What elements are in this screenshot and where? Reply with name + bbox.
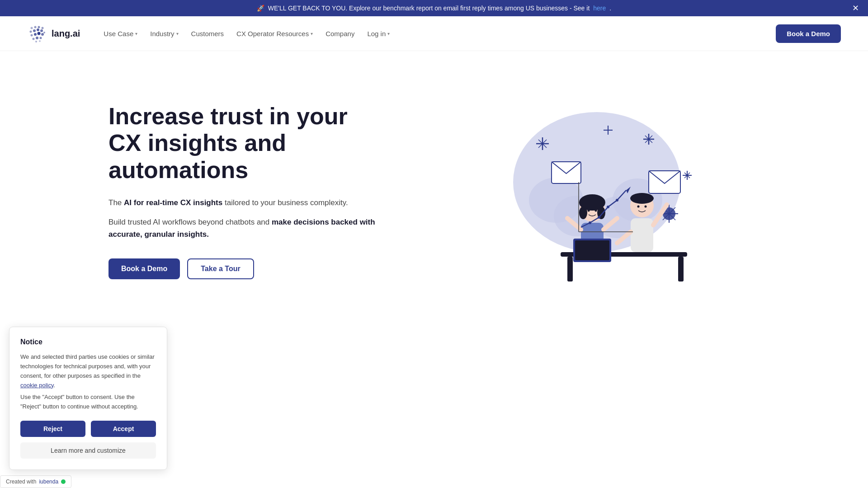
hero-subtitle-prefix: The — [108, 198, 124, 207]
svg-point-73 — [616, 199, 618, 202]
chevron-down-icon: ▾ — [311, 31, 313, 36]
svg-rect-47 — [567, 257, 573, 282]
top-banner: 🚀 WE'LL GET BACK TO YOU. Explore our ben… — [0, 0, 868, 16]
svg-point-72 — [607, 206, 609, 208]
logo-icon — [27, 23, 47, 43]
hero-buttons: Book a Demo Take a Tour — [108, 258, 380, 279]
svg-point-14 — [36, 37, 38, 39]
hero-subtitle-bold: AI for real-time CX insights — [124, 198, 222, 207]
svg-rect-64 — [631, 218, 653, 252]
hero-section: Increase trust in your CX insights and a… — [0, 51, 868, 322]
hero-subtitle-suffix: tailored to your business complexity. — [222, 198, 348, 207]
svg-point-63 — [645, 206, 647, 208]
book-demo-button[interactable]: Book a Demo — [776, 24, 841, 43]
svg-point-1 — [34, 26, 37, 28]
nav-login[interactable]: Log in ▾ — [362, 26, 395, 41]
navbar: lang.ai Use Case ▾ Industry ▾ Customers … — [0, 16, 868, 51]
svg-point-7 — [40, 29, 43, 32]
svg-point-71 — [598, 216, 600, 219]
hero-illustration — [380, 92, 814, 291]
svg-point-54 — [595, 210, 597, 212]
svg-point-10 — [34, 33, 37, 36]
svg-point-70 — [589, 221, 591, 224]
chevron-down-icon: ▾ — [176, 31, 179, 36]
svg-point-3 — [42, 27, 44, 29]
hero-book-demo-button[interactable]: Book a Demo — [108, 258, 180, 279]
svg-point-12 — [41, 33, 44, 36]
hero-content: Increase trust in your CX insights and a… — [108, 103, 380, 280]
hero-subtitle: The AI for real-time CX insights tailore… — [108, 197, 380, 209]
svg-rect-48 — [678, 257, 684, 282]
svg-point-53 — [588, 210, 590, 212]
svg-point-9 — [31, 34, 33, 37]
banner-close-button[interactable]: ✕ — [852, 3, 859, 13]
nav-industry[interactable]: Industry ▾ — [145, 26, 184, 41]
svg-point-5 — [33, 29, 36, 32]
svg-point-6 — [37, 28, 39, 31]
nav-actions: Book a Demo — [776, 24, 841, 43]
logo[interactable]: lang.ai — [27, 23, 80, 43]
nav-cx-operator[interactable]: CX Operator Resources ▾ — [231, 26, 318, 41]
svg-point-8 — [43, 32, 45, 33]
nav-use-case[interactable]: Use Case ▾ — [98, 26, 143, 41]
banner-link[interactable]: here — [593, 5, 606, 12]
logo-text: lang.ai — [52, 28, 80, 39]
nav-company[interactable]: Company — [320, 26, 360, 41]
banner-rocket-icon: 🚀 — [257, 5, 264, 12]
svg-point-17 — [39, 40, 41, 42]
svg-point-61 — [630, 193, 654, 204]
svg-point-51 — [579, 206, 587, 219]
svg-point-11 — [38, 32, 41, 35]
svg-point-4 — [30, 31, 32, 33]
svg-point-16 — [35, 41, 37, 42]
chevron-down-icon: ▾ — [135, 31, 137, 36]
svg-point-0 — [31, 27, 33, 29]
hero-svg — [488, 92, 705, 291]
chevron-down-icon: ▾ — [387, 31, 390, 36]
hero-take-tour-button[interactable]: Take a Tour — [187, 258, 254, 279]
banner-period: . — [609, 5, 611, 12]
nav-links: Use Case ▾ Industry ▾ Customers CX Opera… — [98, 26, 776, 41]
hero-desc: Build trusted AI workflows beyond chatbo… — [108, 216, 380, 240]
svg-point-13 — [33, 38, 35, 40]
nav-customers[interactable]: Customers — [186, 26, 230, 41]
svg-point-2 — [38, 26, 40, 28]
svg-point-15 — [40, 37, 42, 39]
svg-rect-59 — [575, 240, 609, 260]
banner-text: WE'LL GET BACK TO YOU. Explore our bench… — [268, 5, 590, 12]
svg-point-62 — [637, 206, 640, 208]
hero-title: Increase trust in your CX insights and a… — [108, 103, 380, 184]
hero-desc-prefix: Build trusted AI workflows beyond chatbo… — [108, 218, 272, 226]
